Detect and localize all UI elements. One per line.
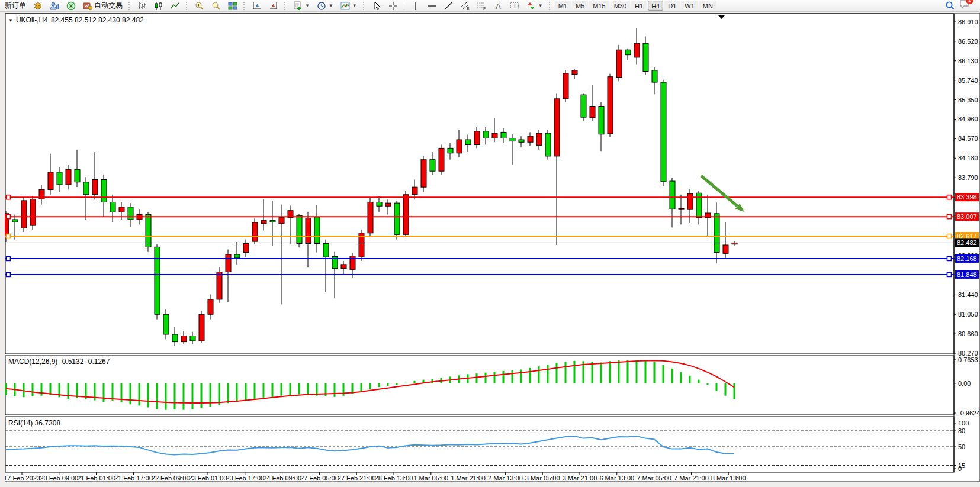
auto-trading-label: 自动交易 <box>94 1 123 11</box>
broadcast-icon <box>66 1 76 11</box>
tab-timeframe-m30[interactable]: M30 <box>611 1 630 11</box>
svg-text:21 Feb 01:00: 21 Feb 01:00 <box>77 475 115 482</box>
chart-forward-icon <box>252 1 262 11</box>
tile-windows-button[interactable] <box>225 1 240 11</box>
arrows-tool-button[interactable]: ▼ <box>523 1 546 11</box>
vertical-line-icon <box>410 1 420 11</box>
channel-icon: E <box>460 1 470 11</box>
clock-icon <box>317 1 326 11</box>
arrows-icon <box>526 1 536 11</box>
toolbar-grip <box>128 2 131 10</box>
notifications-button[interactable]: 1 <box>959 0 970 12</box>
profile-button[interactable] <box>47 1 62 11</box>
chart-canvas[interactable]: 86.91086.52086.13085.74085.35084.96084.5… <box>5 13 980 483</box>
tab-timeframe-h1[interactable]: H1 <box>631 1 647 11</box>
svg-text:7 Mar 05:00: 7 Mar 05:00 <box>637 475 671 482</box>
tab-timeframe-h4[interactable]: H4 <box>648 1 663 11</box>
bar-chart-icon <box>137 1 147 11</box>
toolbar-grip <box>363 2 366 10</box>
trendline-tool-button[interactable] <box>441 1 456 11</box>
svg-text:F: F <box>483 7 486 11</box>
text-tool-button[interactable]: A <box>490 1 506 11</box>
svg-text:80: 80 <box>958 427 965 434</box>
svg-text:6 Mar 13:00: 6 Mar 13:00 <box>599 475 634 482</box>
auto-trading-icon <box>83 1 92 11</box>
zoom-out-icon <box>211 1 221 11</box>
svg-text:0.00: 0.00 <box>958 380 971 387</box>
horizontal-line-tool-button[interactable] <box>424 1 439 11</box>
new-chart-button[interactable]: ▼ <box>290 1 313 11</box>
svg-text:81.050: 81.050 <box>958 311 978 318</box>
svg-text:80.660: 80.660 <box>958 330 978 337</box>
signal-button[interactable] <box>63 1 79 11</box>
svg-text:-0.9624: -0.9624 <box>958 409 980 417</box>
rsi-indicator-label: RSI(14) 36.7308 <box>8 419 60 427</box>
equidistant-channel-tool-button[interactable]: E <box>457 1 473 11</box>
fibonacci-tool-button[interactable]: F <box>474 1 489 11</box>
indicators-icon <box>340 1 350 11</box>
svg-text:0.7653: 0.7653 <box>958 356 978 363</box>
bar-chart-button[interactable] <box>134 1 150 11</box>
search-button[interactable] <box>942 1 958 11</box>
svg-text:86.130: 86.130 <box>958 57 978 64</box>
auto-trading-button[interactable]: 自动交易 <box>80 1 126 11</box>
toolbar-separator <box>404 1 404 10</box>
fibonacci-icon: F <box>477 1 486 11</box>
candlestick-chart-button[interactable] <box>151 1 166 11</box>
profile-icon <box>50 1 59 11</box>
new-order-label: 新订单 <box>5 1 26 11</box>
chevron-down-icon: ▼ <box>352 3 357 8</box>
tab-timeframe-m15[interactable]: M15 <box>589 1 609 11</box>
svg-text:82.617: 82.617 <box>957 233 977 240</box>
svg-text:85.350: 85.350 <box>958 96 978 104</box>
svg-text:22 Feb 09:00: 22 Feb 09:00 <box>152 475 190 482</box>
chart-forward-button[interactable] <box>249 1 265 11</box>
tab-timeframe-m5[interactable]: M5 <box>572 1 588 11</box>
line-chart-button[interactable] <box>168 1 183 11</box>
svg-text:27 Feb 21:00: 27 Feb 21:00 <box>338 475 376 482</box>
symbol-dropdown-icon[interactable]: ▼ <box>8 18 13 23</box>
svg-text:82.482: 82.482 <box>957 239 977 246</box>
crosshair-tool-button[interactable] <box>385 1 401 11</box>
svg-text:2 Mar 13:00: 2 Mar 13:00 <box>488 475 523 482</box>
vertical-line-tool-button[interactable] <box>407 1 423 11</box>
indicators-button[interactable]: ▼ <box>338 1 360 11</box>
gold-layers-icon <box>33 1 43 11</box>
svg-text:83.790: 83.790 <box>958 174 978 181</box>
zoom-in-button[interactable] <box>192 1 207 11</box>
tab-timeframe-w1[interactable]: W1 <box>681 1 698 11</box>
tab-timeframe-mn[interactable]: MN <box>699 1 716 11</box>
svg-text:27 Feb 05:00: 27 Feb 05:00 <box>300 475 339 482</box>
svg-text:7 Mar 21:00: 7 Mar 21:00 <box>674 475 709 482</box>
tab-timeframe-m1[interactable]: M1 <box>555 1 571 11</box>
cursor-tool-button[interactable] <box>369 1 384 11</box>
new-order-button[interactable]: 新订单 <box>2 1 29 11</box>
text-label-tool-button[interactable]: T <box>507 1 522 11</box>
trading-terminal: 新订单 自动交易 <box>0 0 980 487</box>
svg-text:83.007: 83.007 <box>957 213 977 220</box>
tab-timeframe-d1[interactable]: D1 <box>664 1 680 11</box>
chart-shift-button[interactable] <box>266 1 281 11</box>
svg-text:84.570: 84.570 <box>958 135 978 142</box>
svg-text:21 Feb 17:00: 21 Feb 17:00 <box>114 475 153 482</box>
ohlc-values: 82.455 82.512 82.430 82.482 <box>51 16 144 24</box>
zoom-out-button[interactable] <box>208 1 224 11</box>
svg-text:17 Feb 2023: 17 Feb 2023 <box>5 475 40 482</box>
chevron-down-icon: ▼ <box>538 3 543 8</box>
candlestick-chart-icon <box>154 1 163 11</box>
svg-text:100: 100 <box>958 420 969 427</box>
new-chart-icon <box>293 1 303 11</box>
chart-title[interactable]: ▼ UKOil-,H4 82.455 82.512 82.430 82.482 <box>8 16 144 24</box>
symbol-label: UKOil-,H4 <box>16 16 48 24</box>
line-chart-icon <box>171 1 180 11</box>
layers-button[interactable] <box>30 1 46 11</box>
svg-text:T: T <box>513 2 517 9</box>
svg-text:20 Feb 09:00: 20 Feb 09:00 <box>40 475 78 482</box>
svg-text:0: 0 <box>958 465 962 472</box>
svg-text:81.848: 81.848 <box>957 271 977 278</box>
period-button[interactable]: ▼ <box>314 1 336 11</box>
svg-text:86.520: 86.520 <box>958 38 978 45</box>
svg-text:50: 50 <box>958 443 965 450</box>
svg-text:23 Feb 01:00: 23 Feb 01:00 <box>189 475 227 482</box>
svg-text:3 Mar 05:00: 3 Mar 05:00 <box>525 475 560 482</box>
